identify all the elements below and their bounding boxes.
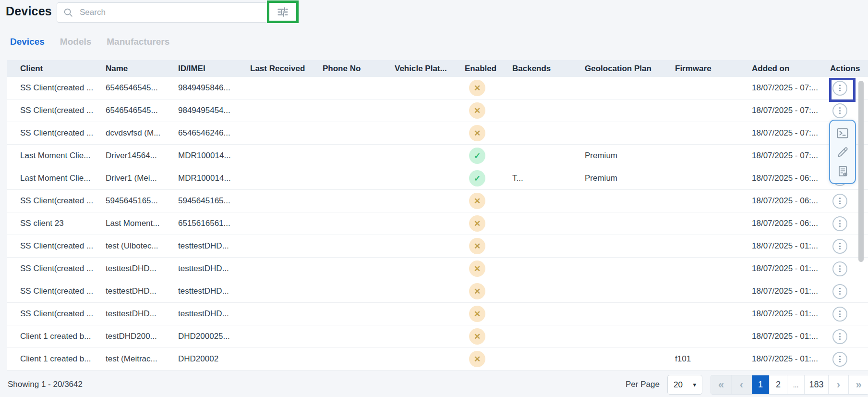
- column-header-client: Client: [7, 64, 106, 74]
- column-header-added-on: Added on: [752, 64, 830, 74]
- table-row: SS Client(created ...5945645165...594564…: [7, 190, 868, 212]
- cell-id-imei: testtestDHD...: [178, 309, 250, 319]
- row-actions-kebab-button[interactable]: [832, 194, 847, 209]
- cell-name: Last Moment...: [106, 219, 178, 228]
- kebab-dot: [839, 265, 841, 267]
- kebab-dot: [839, 333, 841, 335]
- cell-id-imei: 9849495454...: [178, 106, 250, 115]
- cell-id-imei: MDR100014...: [178, 151, 250, 161]
- cell-name: testtestDHD...: [106, 286, 178, 296]
- row-actions-kebab-button[interactable]: [832, 81, 847, 96]
- cell-enabled: ✕: [465, 328, 512, 345]
- table-header-row: ClientNameID/IMEILast ReceivedPhone NoVe…: [7, 60, 868, 77]
- disabled-cross-icon: ✕: [469, 238, 485, 254]
- per-page-select[interactable]: 20 ▾: [667, 375, 702, 395]
- row-actions-kebab-button[interactable]: [832, 352, 847, 367]
- column-header-geolocation-plan: Geolocation Plan: [585, 64, 675, 74]
- row-actions-kebab-button[interactable]: [832, 329, 847, 344]
- row-actions-kebab-button[interactable]: [832, 284, 847, 299]
- enabled-check-icon: ✓: [469, 170, 485, 186]
- cell-added-on: 18/07/2025 - 07:...: [752, 128, 830, 138]
- row-actions-kebab-button[interactable]: [832, 239, 847, 254]
- cell-client: SS Client(created ...: [7, 83, 106, 93]
- cell-name: Driver14564...: [106, 151, 178, 161]
- table-row: SS Client(created ...test (Ulbotec...tes…: [7, 235, 868, 258]
- cell-client: SS Client(created ...: [7, 286, 106, 296]
- cell-added-on: 18/07/2025 - 06:...: [752, 196, 830, 206]
- tab-models[interactable]: Models: [60, 37, 91, 47]
- kebab-dot: [839, 90, 841, 91]
- vertical-scrollbar[interactable]: [858, 81, 864, 262]
- cell-client: SS Client(created ...: [7, 128, 106, 138]
- page-2-button[interactable]: 2: [769, 375, 787, 394]
- column-header-name: Name: [106, 64, 178, 74]
- row-actions-kebab-button[interactable]: [832, 261, 847, 276]
- tabs: DevicesModelsManufacturers: [10, 37, 169, 47]
- cell-name: 6546546545...: [106, 83, 178, 93]
- edit-button[interactable]: [836, 146, 849, 159]
- cell-geolocation-plan: Premium: [585, 174, 675, 183]
- kebab-dot: [839, 200, 841, 202]
- terminal-button[interactable]: [835, 126, 850, 140]
- table-row: Client 1 created b...test (Meitrac...DHD…: [7, 348, 868, 371]
- cell-name: testtestDHD...: [106, 309, 178, 319]
- devices-table: ClientNameID/IMEILast ReceivedPhone NoVe…: [7, 60, 868, 371]
- kebab-dot: [839, 361, 841, 362]
- cell-added-on: 18/07/2025 - 07:...: [752, 151, 830, 161]
- pages-ellipsis: ...: [787, 375, 804, 394]
- kebab-dot: [839, 243, 841, 244]
- cell-client: SS Client(created ...: [7, 264, 106, 273]
- kebab-dot: [839, 338, 841, 340]
- cell-added-on: 18/07/2025 - 06:...: [752, 219, 830, 228]
- footer: Showing 1 - 20/3642 Per Page 20 ▾ «‹12..…: [0, 372, 868, 397]
- enabled-check-icon: ✓: [469, 148, 485, 164]
- cell-client: SS Client(created ...: [7, 241, 106, 251]
- next-page-button[interactable]: ›: [828, 375, 848, 394]
- cell-actions: [830, 284, 868, 299]
- table-row: SS Client(created ...6546546545...984949…: [7, 77, 868, 99]
- view-logs-button[interactable]: [836, 164, 849, 178]
- tab-manufacturers[interactable]: Manufacturers: [107, 37, 169, 47]
- first-page-button[interactable]: «: [711, 375, 731, 394]
- cell-client: Client 1 created b...: [7, 354, 106, 364]
- last-page-button[interactable]: »: [848, 375, 868, 394]
- table-row: SS Client(created ...testtestDHD...testt…: [7, 303, 868, 325]
- column-header-actions: Actions: [830, 64, 868, 74]
- kebab-dot: [839, 310, 841, 312]
- search-icon: [63, 7, 73, 18]
- tab-devices[interactable]: Devices: [10, 37, 45, 47]
- filter-button[interactable]: [269, 3, 296, 21]
- showing-summary: Showing 1 - 20/3642: [8, 380, 83, 389]
- cell-added-on: 18/07/2025 - 01:...: [752, 286, 830, 296]
- table-body: SS Client(created ...6546546545...984949…: [7, 77, 868, 371]
- row-actions-kebab-button[interactable]: [832, 216, 847, 231]
- row-actions-kebab-button[interactable]: [832, 307, 847, 322]
- disabled-cross-icon: ✕: [469, 306, 485, 322]
- prev-page-button[interactable]: ‹: [731, 375, 751, 394]
- cell-added-on: 18/07/2025 - 01:...: [752, 332, 830, 341]
- kebab-dot: [839, 85, 841, 86]
- page-183-button[interactable]: 183: [804, 375, 828, 394]
- cell-actions: [830, 261, 868, 276]
- kebab-dot: [839, 271, 841, 272]
- cell-backends: T...: [512, 174, 585, 183]
- chevron-down-icon: ▾: [693, 381, 696, 388]
- row-actions-popup: [829, 120, 856, 184]
- column-header-backends: Backends: [512, 64, 585, 74]
- cell-actions: [830, 352, 868, 367]
- kebab-dot: [839, 316, 841, 317]
- table-row: SS Client(created ...6546546545...984949…: [7, 99, 868, 122]
- page-1-button[interactable]: 1: [751, 375, 769, 394]
- disabled-cross-icon: ✕: [469, 193, 485, 209]
- search-input[interactable]: [79, 7, 262, 18]
- cell-enabled: ✕: [465, 102, 512, 119]
- kebab-dot: [839, 203, 841, 204]
- cell-id-imei: 5945645165...: [178, 196, 250, 206]
- cell-name: test (Meitrac...: [106, 354, 178, 364]
- search-bar[interactable]: [57, 2, 268, 23]
- pagination: «‹12...183›»: [711, 375, 868, 395]
- cell-name: Driver1 (Mei...: [106, 174, 178, 183]
- row-actions-kebab-button[interactable]: [832, 103, 847, 118]
- cell-enabled: ✕: [465, 215, 512, 232]
- cell-enabled: ✕: [465, 351, 512, 367]
